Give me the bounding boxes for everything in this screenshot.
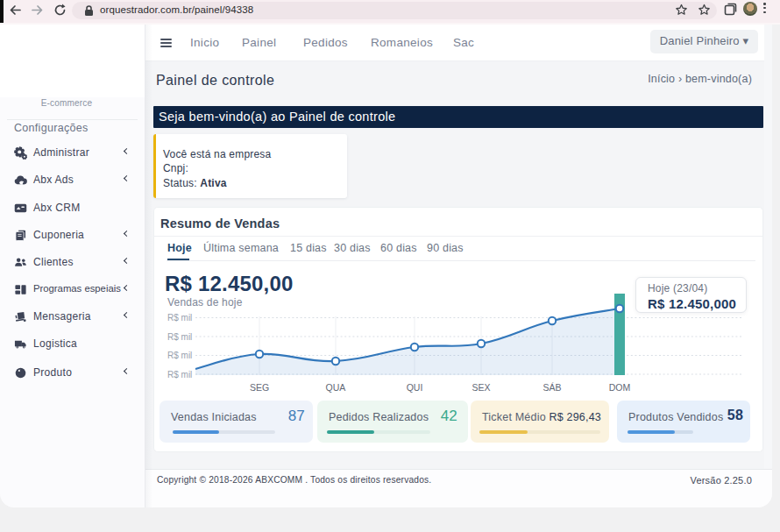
- svg-text:SEX: SEX: [472, 382, 490, 393]
- svg-text:R$ mil: R$ mil: [167, 332, 192, 342]
- svg-text:SEG: SEG: [250, 382, 269, 393]
- svg-text:R$ mil: R$ mil: [167, 370, 192, 379]
- svg-text:R$ mil: R$ mil: [167, 351, 192, 360]
- svg-text:SÁB: SÁB: [542, 382, 561, 393]
- svg-text:DOM: DOM: [609, 382, 631, 393]
- svg-text:QUA: QUA: [326, 382, 346, 393]
- svg-text:R$ mil: R$ mil: [167, 313, 192, 323]
- svg-text:QUI: QUI: [407, 382, 423, 393]
